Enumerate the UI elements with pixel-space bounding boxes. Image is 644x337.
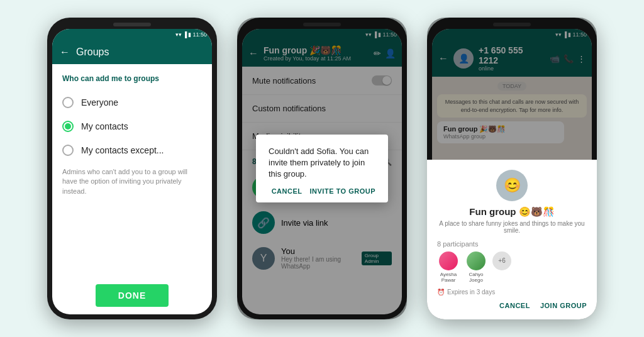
group-invite-overlay: 😊 Fun group 😊🐻🎊 A place to share funny j… bbox=[432, 29, 592, 314]
dialog-actions: CANCEL INVITE TO GROUP bbox=[269, 187, 375, 195]
radio-mycontacts[interactable]: My contacts bbox=[62, 114, 202, 138]
more-count: +6 bbox=[492, 251, 511, 270]
signal-icon: ▐ bbox=[183, 31, 187, 38]
battery-icon: ▮ bbox=[188, 31, 191, 38]
radio-everyone[interactable]: Everyone bbox=[62, 91, 202, 114]
back-button-1[interactable]: ← bbox=[60, 47, 70, 58]
invite-group-avatar: 😊 bbox=[496, 170, 528, 201]
phone-2: ▾▾ ▐ ▮ 11:50 ← Fun group 🎉🐻🎊 Created by … bbox=[237, 18, 407, 319]
invite-cancel-button[interactable]: CANCEL bbox=[499, 302, 530, 309]
status-bar-1: ▾▾ ▐ ▮ 11:50 bbox=[52, 29, 212, 40]
phone-1: ▾▾ ▐ ▮ 11:50 ← Groups Who can add me to … bbox=[47, 18, 217, 319]
phone-1-inner: ▾▾ ▐ ▮ 11:50 ← Groups Who can add me to … bbox=[52, 29, 212, 314]
invite-group-desc: A place to share funny jokes and things … bbox=[437, 220, 587, 234]
radio-circle-mycontacts[interactable] bbox=[62, 121, 74, 132]
expires-row: ⏰ Expires in 3 days bbox=[437, 289, 587, 296]
radio-mycontacts-except[interactable]: My contacts except... bbox=[62, 138, 202, 162]
participant-2-avatar bbox=[467, 251, 486, 270]
dialog-text: Couldn't add Sofia. You can invite them … bbox=[269, 146, 375, 180]
done-button[interactable]: DONE bbox=[96, 284, 169, 307]
wifi-icon: ▾▾ bbox=[175, 31, 182, 38]
phone-3-inner: ▾▾ ▐ ▮ 11:50 ← 👤 +1 650 555 1212 online … bbox=[432, 29, 592, 314]
invite-participants-count: 8 participants bbox=[437, 240, 587, 248]
participant-2: Cahyo Joego bbox=[465, 251, 487, 284]
participant-1: Ayesha Pawar bbox=[437, 251, 460, 284]
groups-title: Groups bbox=[76, 47, 109, 58]
radio-circle-everyone[interactable] bbox=[62, 97, 74, 108]
invite-actions: CANCEL JOIN GROUP bbox=[437, 302, 587, 309]
status-icons-1: ▾▾ ▐ ▮ 11:50 bbox=[175, 31, 207, 38]
invite-panel: 😊 Fun group 😊🐻🎊 A place to share funny j… bbox=[432, 160, 592, 314]
dialog-box: Couldn't add Sofia. You can invite them … bbox=[256, 135, 388, 203]
expires-text: Expires in 3 days bbox=[447, 289, 495, 296]
radio-label-except: My contacts except... bbox=[81, 145, 164, 155]
done-btn-container: DONE bbox=[52, 277, 212, 314]
participant-1-avatar bbox=[439, 251, 458, 270]
groups-note: Admins who can't add you to a group will… bbox=[62, 167, 202, 196]
radio-circle-except[interactable] bbox=[62, 145, 74, 156]
radio-label-mycontacts: My contacts bbox=[81, 121, 128, 131]
invite-group-name: Fun group 😊🐻🎊 bbox=[437, 206, 587, 218]
clock-icon: ⏰ bbox=[437, 289, 445, 296]
join-group-button[interactable]: JOIN GROUP bbox=[540, 302, 587, 309]
app-bar-groups: ← Groups bbox=[52, 40, 212, 64]
dialog-cancel-button[interactable]: CANCEL bbox=[272, 187, 303, 195]
phones-container: ▾▾ ▐ ▮ 11:50 ← Groups Who can add me to … bbox=[35, 5, 609, 332]
groups-content: Who can add me to groups Everyone My con… bbox=[52, 64, 212, 277]
dialog-invite-button[interactable]: INVITE TO GROUP bbox=[310, 187, 375, 195]
phone-2-inner: ▾▾ ▐ ▮ 11:50 ← Fun group 🎉🐻🎊 Created by … bbox=[242, 29, 402, 314]
phone-notch-1 bbox=[113, 23, 151, 26]
invite-participant-avatars: Ayesha Pawar Cahyo Joego +6 bbox=[437, 251, 587, 284]
radio-label-everyone: Everyone bbox=[81, 97, 118, 108]
section-label: Who can add me to groups bbox=[62, 74, 202, 83]
time-display-1: 11:50 bbox=[192, 31, 207, 38]
phone-3: ▾▾ ▐ ▮ 11:50 ← 👤 +1 650 555 1212 online … bbox=[427, 18, 597, 319]
participant-2-name: Cahyo Joego bbox=[465, 272, 487, 284]
dialog-overlay: Couldn't add Sofia. You can invite them … bbox=[242, 29, 402, 314]
participant-1-name: Ayesha Pawar bbox=[437, 272, 460, 284]
more-participants: +6 bbox=[492, 251, 511, 284]
